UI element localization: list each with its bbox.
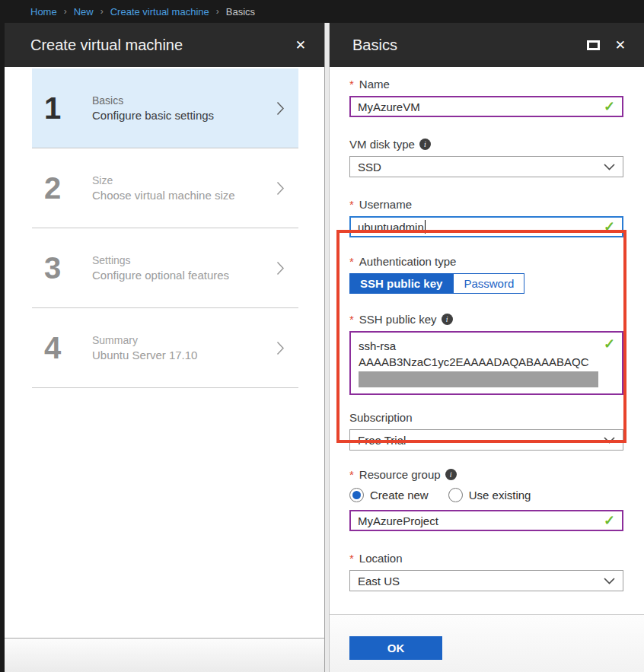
basics-form: * Name MyAzureVM ✓ VM disk type i SSD * [330,67,644,614]
auth-type-label: * Authentication type [349,254,623,268]
auth-toggle-ssh[interactable]: SSH public key [349,273,453,294]
close-icon[interactable]: ✕ [612,36,629,55]
field-label-text: Username [359,198,412,211]
step-item-basics[interactable]: 1 Basics Configure basic settings [32,68,298,148]
auth-type-toggle: SSH public key Password [349,273,623,294]
ssh-public-key-textarea[interactable]: ssh-rsa AAAAB3NzaC1yc2EAAAADAQABAAABAQC … [349,331,623,395]
radio-unselected-icon [448,488,463,502]
username-field[interactable]: ubuntuadmin ✓ [349,216,623,237]
chevron-right-icon [276,261,285,275]
vm-disk-type-value: SSD [358,161,381,174]
check-icon: ✓ [604,514,615,527]
name-label: * Name [349,77,623,91]
breadcrumb-link-home[interactable]: Home [30,6,57,18]
vm-disk-type-select[interactable]: SSD [349,156,623,177]
location-value: East US [358,575,400,588]
breadcrumb-separator: › [216,6,219,17]
vm-disk-type-label: VM disk type i [349,137,623,151]
resource-group-radio-group: Create new Use existing [349,486,623,503]
breadcrumb-separator: › [100,6,104,17]
resource-group-name-field[interactable]: MyAzureProject ✓ [349,510,623,531]
required-asterisk: * [349,468,354,481]
breadcrumb-separator: › [64,6,67,17]
step-number: 3 [44,251,81,285]
required-asterisk: * [349,552,354,565]
breadcrumb-current-basics: Basics [226,6,255,18]
ssh-key-line2: AAAAB3NzaC1yc2EAAAADAQABAAABAQC [359,354,614,370]
field-label-text: SSH public key [359,313,437,326]
radio-selected-icon [349,488,364,502]
resource-group-radio-create-new[interactable]: Create new [349,488,429,502]
step-label: Summary [92,334,276,346]
field-label-text: VM disk type [349,138,415,151]
step-description: Choose virtual machine size [92,189,276,202]
breadcrumb-link-create-vm[interactable]: Create virtual machine [110,6,209,18]
redacted-key-bar [359,371,598,387]
ok-button[interactable]: OK [349,636,442,660]
field-label-text: Location [359,552,403,565]
step-number: 4 [44,331,81,365]
step-label: Settings [92,254,276,266]
name-field[interactable]: MyAzureVM ✓ [349,96,623,117]
step-label: Basics [92,94,276,107]
required-asterisk: * [349,255,354,268]
required-asterisk: * [349,313,354,326]
step-item-summary[interactable]: 4 Summary Ubuntu Server 17.10 [32,308,298,388]
create-vm-blade: Create virtual machine ✕ 1 Basics Config… [5,23,325,672]
chevron-down-icon [604,578,615,584]
username-label: * Username [349,197,623,211]
blade-title: Basics [352,37,587,54]
name-value: MyAzureVM [358,100,420,113]
subscription-select[interactable]: Free Trial [349,429,623,451]
info-icon[interactable]: i [445,469,457,480]
chevron-right-icon [276,101,285,116]
required-asterisk: * [349,78,354,91]
info-icon[interactable]: i [442,314,453,325]
step-number: 2 [44,171,81,205]
wizard-steps: 1 Basics Configure basic settings 2 Size… [5,67,324,638]
step-label: Size [92,174,276,186]
location-label: * Location [349,551,623,565]
resource-group-radio-use-existing[interactable]: Use existing [448,488,531,502]
step-description: Ubuntu Server 17.10 [92,349,276,361]
field-label-text: Resource group [359,468,441,481]
radio-label: Create new [370,489,429,502]
check-icon: ✓ [604,100,615,113]
chevron-down-icon [604,437,615,444]
text-cursor [425,220,426,234]
create-vm-blade-header: Create virtual machine ✕ [5,23,324,67]
chevron-right-icon [276,341,285,355]
field-label-text: Subscription [349,411,413,424]
breadcrumb: Home › New › Create virtual machine › Ba… [0,0,644,23]
breadcrumb-link-new[interactable]: New [74,6,94,18]
field-label-text: Authentication type [359,255,457,268]
basics-blade: Basics ✕ * Name MyAzureVM ✓ VM disk type… [329,23,644,672]
check-icon: ✓ [604,220,615,234]
maximize-icon[interactable] [587,40,600,50]
step-description: Configure optional features [92,269,276,282]
username-value: ubuntuadmin [358,221,424,234]
resource-group-label: * Resource group i [349,467,623,481]
step-number: 1 [44,91,81,126]
field-label-text: Name [359,78,390,91]
resource-group-value: MyAzureProject [358,514,438,527]
chevron-right-icon [276,181,285,196]
step-item-settings[interactable]: 3 Settings Configure optional features [32,228,298,308]
info-icon[interactable]: i [419,139,431,150]
location-select[interactable]: East US [349,570,623,591]
close-icon[interactable]: ✕ [292,36,309,55]
chevron-down-icon [604,164,615,170]
required-asterisk: * [349,198,354,211]
blade-footer [5,638,324,672]
basics-blade-footer: OK [330,614,644,672]
radio-label: Use existing [469,489,531,502]
ssh-key-line1: ssh-rsa [359,338,614,354]
step-description: Configure basic settings [92,109,276,122]
page-title: Create virtual machine [30,37,292,54]
step-item-size[interactable]: 2 Size Choose virtual machine size [32,148,298,228]
subscription-value: Free Trial [358,434,406,447]
basics-blade-header: Basics ✕ [330,23,644,67]
ssh-key-label: * SSH public key i [349,312,623,326]
auth-toggle-password[interactable]: Password [453,273,524,294]
check-icon: ✓ [604,337,615,351]
